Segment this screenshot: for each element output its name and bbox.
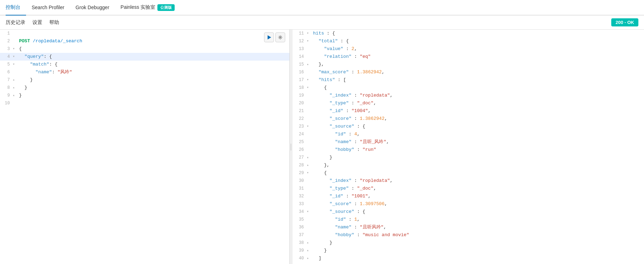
editor-line: 7 ▴ } xyxy=(0,76,289,84)
response-line: 37 "hobby" : "music and movie" xyxy=(293,231,644,239)
nav-item-grok-debugger[interactable]: Grok Debugger xyxy=(70,0,115,16)
response-line: 20 "_type" : "_doc", xyxy=(293,99,644,107)
response-line: 19 "_index" : "ropledata", xyxy=(293,92,644,99)
svg-marker-0 xyxy=(268,35,271,39)
response-code: 11 ▾ hits : { 12 ▾ "total" : { 13 "value… xyxy=(293,30,644,264)
nav-label-search-profiler: Search Profiler xyxy=(32,5,64,10)
editor-line: 1 xyxy=(0,30,289,37)
response-line: 25 "name" : "且听_风吟", xyxy=(293,138,644,146)
editor-panel: 1 2 POST /ropledata/_search 3 ▾ { 4 ▾ "q… xyxy=(0,30,290,264)
editor-line: 2 POST /ropledata/_search xyxy=(0,37,289,45)
response-line: 28 ▴ }, xyxy=(293,161,644,169)
code-editor[interactable]: 1 2 POST /ropledata/_search 3 ▾ { 4 ▾ "q… xyxy=(0,30,289,264)
top-nav: 控制台 Search Profiler Grok Debugger Painle… xyxy=(0,0,644,16)
response-line: 18 ▾ { xyxy=(293,84,644,92)
panel-divider[interactable]: │ xyxy=(290,30,293,264)
response-line: 33 "_score" : 1.3097506, xyxy=(293,200,644,208)
response-line: 36 "name" : "且听风吟", xyxy=(293,223,644,231)
response-line: 17 ▾ "hits" : [ xyxy=(293,76,644,84)
editor-toolbar xyxy=(264,32,285,42)
response-panel: 11 ▾ hits : { 12 ▾ "total" : { 13 "value… xyxy=(293,30,644,264)
response-line: 14 "relation" : "eq" xyxy=(293,53,644,61)
response-line: 12 ▾ "total" : { xyxy=(293,37,644,45)
beta-badge: 公测版 xyxy=(157,4,175,11)
nav-label-painless: Painless 实验室 xyxy=(120,4,155,11)
response-line: 21 "_id" : "1004", xyxy=(293,107,644,115)
editor-line: 6 "name": "风吟" xyxy=(0,68,289,76)
response-line: 31 "_type" : "_doc", xyxy=(293,185,644,192)
editor-line: 5 ▾ "match": { xyxy=(0,61,289,68)
editor-line: 8 ▴ } xyxy=(0,84,289,92)
main-content: 1 2 POST /ropledata/_search 3 ▾ { 4 ▾ "q… xyxy=(0,30,644,264)
response-line: 32 "_id" : "1001", xyxy=(293,192,644,200)
response-line: 11 ▾ hits : { xyxy=(293,30,644,37)
response-line: 39 ▴ } xyxy=(293,247,644,254)
secondary-nav-left: 历史记录 设置 帮助 xyxy=(6,19,59,26)
response-line: 35 "id" : 1, xyxy=(293,216,644,223)
editor-line: 3 ▾ { xyxy=(0,45,289,53)
response-line: 40 ▴ ] xyxy=(293,254,644,262)
settings-link[interactable]: 设置 xyxy=(32,19,42,26)
editor-line: 10 xyxy=(0,99,289,107)
tools-button[interactable] xyxy=(275,32,285,42)
response-line: 13 "value" : 2, xyxy=(293,45,644,53)
response-line: 16 "max_score" : 1.3862942, xyxy=(293,68,644,76)
response-line: 24 "id" : 4, xyxy=(293,130,644,138)
nav-item-search-profiler[interactable]: Search Profiler xyxy=(26,0,70,16)
nav-item-console[interactable]: 控制台 xyxy=(6,0,26,16)
response-line: 23 ▾ "_source" : { xyxy=(293,123,644,130)
run-button[interactable] xyxy=(264,32,274,42)
response-line: 38 ▴ } xyxy=(293,239,644,247)
nav-item-painless[interactable]: Painless 实验室 公测版 xyxy=(115,0,180,16)
response-line: 34 ▾ "_source" : { xyxy=(293,208,644,216)
editor-line: 9 ▴ } xyxy=(0,92,289,99)
help-link[interactable]: 帮助 xyxy=(49,19,59,26)
secondary-nav: 历史记录 设置 帮助 200 - OK xyxy=(0,16,644,30)
response-line: 29 ▾ { xyxy=(293,169,644,177)
svg-point-1 xyxy=(280,37,281,38)
response-line: 27 ▴ } xyxy=(293,154,644,161)
response-line: 26 "hobby" : "run" xyxy=(293,146,644,154)
status-badge: 200 - OK xyxy=(611,18,638,26)
nav-label-console: 控制台 xyxy=(6,4,20,11)
response-line: 30 "_index" : "ropledata", xyxy=(293,177,644,185)
response-line: 15 ▴ }, xyxy=(293,61,644,68)
response-line: 41 ▴ } xyxy=(293,262,644,264)
response-line: 22 "_score" : 1.3862942, xyxy=(293,115,644,123)
editor-line: 4 ▾ "query": { xyxy=(0,53,289,61)
history-link[interactable]: 历史记录 xyxy=(6,19,25,26)
nav-label-grok-debugger: Grok Debugger xyxy=(76,5,110,10)
